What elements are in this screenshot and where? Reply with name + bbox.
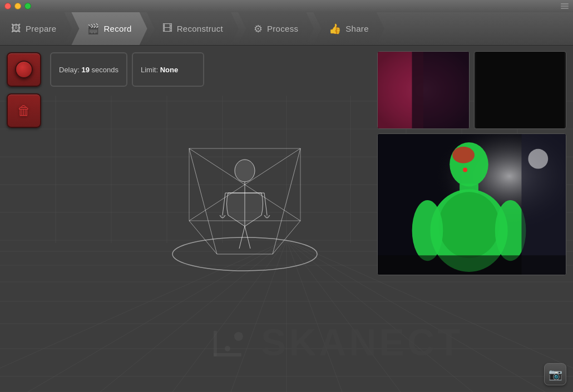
share-icon: 👍 — [329, 23, 341, 35]
prepare-label: Prepare — [26, 24, 56, 33]
title-bar — [0, 0, 573, 12]
svg-rect-62 — [476, 52, 564, 128]
svg-point-75 — [528, 149, 548, 169]
share-label: Share — [345, 24, 369, 33]
tab-prepare[interactable]: 🖼 Prepare — [0, 12, 72, 45]
record-label: Record — [103, 24, 131, 33]
process-label: Process — [267, 24, 298, 33]
top-cameras — [377, 51, 566, 129]
svg-point-73 — [463, 168, 467, 172]
delay-value: 19 — [81, 66, 89, 74]
screenshot-button[interactable]: 📷 — [544, 363, 566, 385]
process-icon: ⚙ — [254, 23, 263, 35]
camera-feed-dark — [474, 51, 566, 129]
svg-rect-74 — [378, 255, 566, 275]
window-controls — [4, 3, 31, 9]
svg-point-69 — [438, 192, 499, 258]
minimize-button[interactable] — [14, 3, 21, 9]
record-icon: 🎬 — [87, 23, 99, 35]
dark-feed-display — [475, 52, 566, 128]
left-panel: 🗑 — [0, 46, 50, 392]
depth-feed-display — [378, 134, 566, 275]
limit-text: Limit: None — [141, 66, 178, 74]
window-grip — [561, 3, 569, 9]
record-circle-icon — [15, 61, 33, 78]
svg-point-66 — [452, 147, 475, 163]
tab-reconstruct[interactable]: 🎞 Reconstruct — [147, 12, 239, 45]
delete-button[interactable]: 🗑 — [7, 93, 41, 128]
reconstruct-icon: 🎞 — [162, 23, 172, 34]
limit-info-box[interactable]: Limit: None — [132, 52, 204, 87]
right-panel — [377, 51, 566, 275]
camera-feed-depth — [377, 133, 566, 275]
nav-bar: 🖼 Prepare 🎬 Record 🎞 Reconstruct ⚙ Proce… — [0, 12, 573, 46]
prepare-icon: 🖼 — [11, 23, 21, 34]
info-panel: Delay: 19 seconds Limit: None — [50, 52, 204, 87]
reconstruct-label: Reconstruct — [177, 24, 223, 33]
close-button[interactable] — [4, 3, 11, 9]
record-button[interactable] — [7, 52, 41, 87]
svg-point-45 — [235, 160, 255, 182]
delay-text: Delay: 19 seconds — [59, 66, 118, 74]
delay-info-box[interactable]: Delay: 19 seconds — [50, 52, 127, 87]
main-content: SKANECT 🗑 Delay: 19 seconds Limit: None — [0, 46, 573, 392]
maximize-button[interactable] — [24, 3, 31, 9]
camera-feed-infrared — [377, 51, 470, 129]
svg-point-70 — [412, 200, 443, 261]
limit-value: None — [160, 66, 179, 74]
tab-record[interactable]: 🎬 Record — [71, 12, 147, 45]
tab-share[interactable]: 👍 Share — [313, 12, 384, 45]
svg-point-71 — [495, 200, 526, 261]
infrared-feed-display — [378, 52, 469, 128]
trash-icon: 🗑 — [17, 103, 31, 118]
camera-capture-icon: 📷 — [549, 368, 562, 381]
tab-process[interactable]: ⚙ Process — [238, 12, 314, 45]
svg-rect-60 — [412, 52, 470, 128]
